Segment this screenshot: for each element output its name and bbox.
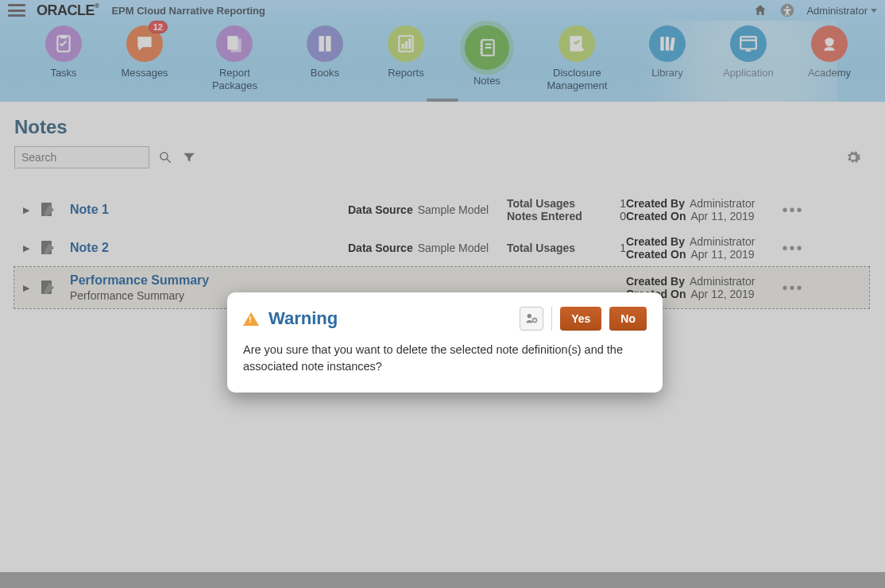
svg-point-32: [528, 314, 531, 318]
warning-dialog: Warning ? Yes No Are you sure that you w…: [227, 292, 663, 393]
divider: [551, 307, 552, 331]
no-button[interactable]: No: [609, 307, 647, 331]
warning-icon: [243, 312, 259, 326]
yes-button[interactable]: Yes: [560, 307, 601, 331]
dialog-title: Warning: [269, 308, 338, 329]
dialog-message: Are you sure that you want to delete the…: [243, 342, 647, 375]
svg-text:?: ?: [534, 319, 536, 323]
assist-button[interactable]: ?: [520, 307, 543, 331]
